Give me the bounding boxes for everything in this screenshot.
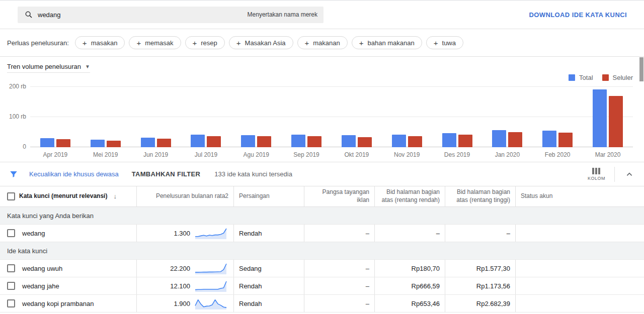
col-header-top-bid-low[interactable]: Bid halaman bagian atas (rentang rendah) — [374, 186, 445, 206]
row-checkbox[interactable] — [7, 282, 15, 290]
y-axis-tick: 200 rb — [4, 83, 26, 90]
x-axis-tick: Okt 2019 — [345, 147, 369, 159]
row-checkbox[interactable] — [7, 264, 15, 272]
bar-total[interactable] — [40, 138, 54, 147]
competition-cell: Sedang — [233, 260, 304, 277]
bar-total[interactable] — [191, 135, 205, 147]
bar-seluler[interactable] — [508, 132, 522, 147]
bar-seluler[interactable] — [257, 136, 271, 147]
account-status-cell — [515, 225, 644, 242]
x-axis-tick: Des 2019 — [444, 147, 470, 159]
x-axis-tick: Mar 2020 — [595, 147, 621, 159]
expand-chip-memasak[interactable]: +memasak — [129, 36, 181, 49]
chart-group-des-2019: Des 2019 — [432, 75, 482, 159]
scrollbar-thumb[interactable] — [639, 57, 643, 81]
filter-icon[interactable] — [9, 170, 18, 179]
x-axis-tick: Nov 2019 — [394, 147, 420, 159]
expand-chip-masakan[interactable]: +masakan — [75, 36, 125, 49]
bar-total[interactable] — [141, 138, 155, 147]
col-header-competition[interactable]: Persaingan — [233, 186, 304, 206]
table-header-row: Kata kunci (menurut relevansi) ↓ Penelus… — [0, 186, 644, 207]
bar-total[interactable] — [542, 131, 556, 147]
columns-button[interactable]: KOLOM — [588, 168, 605, 181]
chart-group-jul-2019: Jul 2019 — [181, 75, 231, 159]
chart-group-okt-2019: Okt 2019 — [332, 75, 382, 159]
expand-chip-resep[interactable]: +resep — [185, 36, 225, 49]
col-header-ad-impression-share[interactable]: Pangsa tayangan iklan — [304, 186, 374, 206]
bar-seluler[interactable] — [408, 136, 422, 147]
col-header-top-bid-high[interactable]: Bid halaman bagian atas (rentang tinggi) — [445, 186, 515, 206]
bar-seluler[interactable] — [458, 135, 472, 147]
sort-descending-icon[interactable]: ↓ — [113, 192, 117, 201]
col-header-avg-searches[interactable]: Penelusuran bulanan rata2 — [136, 186, 233, 206]
bar-total[interactable] — [91, 140, 105, 147]
bar-total[interactable] — [241, 135, 255, 147]
search-input[interactable]: wedang — [38, 11, 248, 19]
bid-high-cell: Rp2.682,39 — [445, 295, 515, 312]
keywords-table: Kata kunci (menurut relevansi) ↓ Penelus… — [0, 186, 644, 312]
columns-icon — [592, 168, 600, 174]
add-filter-button[interactable]: TAMBAHKAN FILTER — [132, 170, 200, 178]
trend-sparkline — [194, 297, 228, 310]
bar-seluler[interactable] — [358, 137, 372, 147]
avg-searches-cell: 12.100 — [170, 282, 190, 290]
keyword-cell: wedang kopi prambanan — [22, 300, 94, 307]
x-axis-tick: Jul 2019 — [195, 147, 217, 159]
bid-low-cell: Rp180,70 — [374, 260, 445, 277]
bar-total[interactable] — [442, 133, 456, 147]
download-keyword-ideas-button[interactable]: DOWNLOAD IDE KATA KUNCI — [529, 11, 627, 19]
avg-searches-cell: 1.900 — [174, 300, 190, 307]
bar-chart: Total Seluler 0100 rb200 rb Apr 2019Mei … — [30, 75, 633, 159]
bar-seluler[interactable] — [107, 141, 121, 147]
x-axis-tick: Jun 2019 — [143, 147, 168, 159]
bar-total[interactable] — [593, 89, 607, 147]
plus-icon: + — [434, 39, 438, 47]
section-header-ide: Ide kata kunci — [0, 242, 644, 260]
chart-group-jan-2020: Jan 2020 — [482, 75, 532, 159]
expand-chip-makanan[interactable]: +makanan — [297, 36, 348, 49]
scrollbar-track[interactable] — [639, 57, 644, 314]
chart-title: Tren volume penelusuran — [7, 63, 81, 70]
competition-cell: Rendah — [233, 277, 304, 294]
bar-total[interactable] — [492, 130, 506, 147]
plus-icon: + — [236, 39, 241, 47]
col-header-keyword[interactable]: Kata kunci (menurut relevansi) — [19, 192, 107, 200]
x-axis-tick: Feb 2020 — [545, 147, 571, 159]
expand-search-bar: Perluas penelusuran: +masakan+memasak+re… — [0, 29, 644, 57]
select-all-checkbox[interactable] — [7, 192, 15, 200]
row-checkbox[interactable] — [7, 229, 15, 237]
bid-low-cell: Rp666,59 — [374, 277, 445, 294]
bid-low-cell: – — [374, 225, 445, 242]
chart-group-jun-2019: Jun 2019 — [131, 75, 181, 159]
bar-seluler[interactable] — [56, 139, 70, 147]
col-header-account-status[interactable]: Status akun — [515, 186, 644, 206]
expand-chip-masakan-asia[interactable]: +Masakan Asia — [229, 36, 293, 49]
bar-seluler[interactable] — [157, 139, 171, 147]
chart-type-dropdown[interactable]: Tren volume penelusuran ▼ — [7, 63, 90, 73]
bid-low-cell: Rp653,46 — [374, 295, 445, 312]
expand-chip-tuwa[interactable]: +tuwa — [426, 36, 463, 49]
competition-cell: Rendah — [233, 225, 304, 242]
x-axis-tick: Agu 2019 — [244, 147, 269, 159]
row-checkbox[interactable] — [7, 299, 15, 307]
bar-seluler[interactable] — [207, 136, 221, 147]
table-toolbar: Kecualikan ide khusus dewasa TAMBAHKAN F… — [0, 162, 644, 186]
keyword-cell: wedang uwuh — [22, 265, 62, 272]
bid-high-cell: Rp1.577,30 — [445, 260, 515, 277]
table-row-wedang-kopi-prambanan: wedang kopi prambanan1.900Rendah–Rp653,4… — [0, 295, 644, 312]
bar-total[interactable] — [291, 135, 305, 147]
brand-badge: Menyertakan nama merek — [248, 11, 317, 18]
bar-seluler[interactable] — [307, 136, 321, 147]
x-axis-tick: Apr 2019 — [43, 147, 68, 159]
chart-group-apr-2019: Apr 2019 — [30, 75, 80, 159]
exclude-adult-ideas-link[interactable]: Kecualikan ide khusus dewasa — [29, 170, 119, 178]
bar-seluler[interactable] — [558, 133, 573, 147]
expand-chip-bahan-makanan[interactable]: +bahan makanan — [352, 36, 422, 49]
collapse-chevron-up-icon[interactable] — [624, 169, 635, 180]
account-status-cell — [515, 277, 644, 294]
keyword-search-box[interactable]: wedang Menyertakan nama merek — [18, 7, 324, 23]
bar-total[interactable] — [392, 135, 406, 147]
bar-total[interactable] — [342, 135, 356, 147]
bar-seluler[interactable] — [609, 96, 623, 147]
ad-share-cell: – — [304, 260, 374, 277]
